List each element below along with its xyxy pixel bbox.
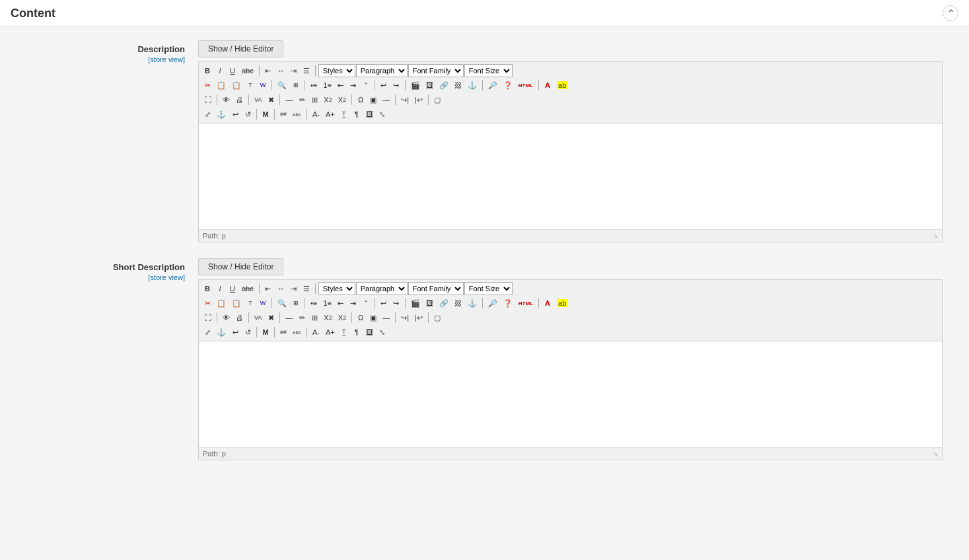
sd-layer-button[interactable]: ▢ <box>431 311 443 324</box>
styles-select[interactable]: Styles <box>318 64 355 77</box>
help-button[interactable]: ❓ <box>501 79 515 92</box>
sd-outdent-button[interactable]: ⇤ <box>335 297 347 310</box>
sd-rtl-button[interactable]: ↪| <box>398 311 412 324</box>
sd-font-dec-button[interactable]: A- <box>310 326 322 339</box>
sd-align-left-button[interactable]: ⇤ <box>262 282 274 295</box>
font-inc-button[interactable]: A+ <box>323 108 338 121</box>
sd-bullet-list-button[interactable]: •≡ <box>308 297 320 310</box>
sd-align-justify-button[interactable]: ☰ <box>301 282 312 295</box>
word-count-button[interactable]: abc <box>290 108 304 121</box>
font-color-button[interactable]: A <box>542 79 554 92</box>
align-center-button[interactable]: ↔ <box>275 64 287 77</box>
font-size-select[interactable]: Font Size <box>464 64 513 77</box>
undo2-button[interactable]: ↺ <box>242 108 254 121</box>
sd-show-para-button[interactable]: ¶ <box>351 326 363 339</box>
redo-button[interactable]: ↪ <box>390 79 402 92</box>
superscript-button[interactable]: X2 <box>336 93 349 106</box>
sd-numbered-list-button[interactable]: 1≡ <box>320 297 334 310</box>
strikethrough-button[interactable]: abc <box>239 64 256 77</box>
sd-anchor3-button[interactable]: ↩ <box>229 326 241 339</box>
sd-anchor2-button[interactable]: ⚓ <box>214 326 229 339</box>
sd-anchor-button[interactable]: ⚓ <box>465 297 480 310</box>
sd-rule-button[interactable]: — <box>380 311 392 324</box>
link-button[interactable]: 🔗 <box>437 79 451 92</box>
print-button[interactable]: 🖨 <box>233 93 246 106</box>
align-justify-button[interactable]: ☰ <box>301 64 312 77</box>
sd-subscript-button[interactable]: X2 <box>321 311 334 324</box>
sd-insert-image-button[interactable]: 🖼 <box>423 297 436 310</box>
find-replace-button[interactable]: 🔍 <box>275 79 289 92</box>
insert-media-button[interactable]: 🎬 <box>408 79 423 92</box>
sd-redo-button[interactable]: ↪ <box>390 297 402 310</box>
remove-format-button[interactable]: ✖ <box>265 93 277 106</box>
copy-button[interactable]: 📋 <box>214 79 229 92</box>
sd-insert-table-button[interactable]: ⊞ <box>308 311 320 324</box>
bullet-list-button[interactable]: •≡ <box>308 79 320 92</box>
sd-font-family-select[interactable]: Font Family <box>408 282 464 295</box>
resize-button[interactable]: ⤡ <box>377 108 388 121</box>
select-all-button[interactable]: ⊞ <box>290 79 302 92</box>
show-para-button[interactable]: ¶ <box>351 108 363 121</box>
search-replace-button[interactable]: 🔎 <box>485 79 500 92</box>
cut-button[interactable]: ✂ <box>201 79 213 92</box>
paste-text-button[interactable]: T <box>244 79 256 92</box>
italic-button[interactable]: I <box>214 64 226 77</box>
sd-paste-text-button[interactable]: T <box>244 297 256 310</box>
sd-preview-button[interactable]: 👁 <box>220 311 233 324</box>
description-editor-body[interactable] <box>199 123 942 229</box>
unlink-button[interactable]: ⛓ <box>452 79 464 92</box>
sd-bg-color-button[interactable]: ab <box>554 297 570 310</box>
fontsize2-button[interactable]: M <box>260 108 271 121</box>
sd-align-center-button[interactable]: ↔ <box>275 282 287 295</box>
sd-link-button[interactable]: 🔗 <box>437 297 451 310</box>
sd-html-source-button[interactable]: HTML <box>516 297 536 310</box>
sd-expand-button[interactable]: ⤢ <box>201 326 213 339</box>
sd-strikethrough-button[interactable]: abc <box>239 282 256 295</box>
charmap-button[interactable]: Ω <box>355 93 367 106</box>
sd-counter-button[interactable]: ## <box>277 326 289 339</box>
align-right-button[interactable]: ⇥ <box>288 64 300 77</box>
sd-undo2-button[interactable]: ↺ <box>242 326 254 339</box>
sd-styles-select[interactable]: Styles <box>318 282 355 295</box>
sd-clear-fmt-button[interactable]: T̲ <box>338 326 350 339</box>
paste-word-button[interactable]: W <box>257 79 269 92</box>
numbered-list-button[interactable]: 1≡ <box>320 79 334 92</box>
sd-align-right-button[interactable]: ⇥ <box>288 282 300 295</box>
clear-fmt-button[interactable]: T̲ <box>338 108 350 121</box>
sd-cut-button[interactable]: ✂ <box>201 297 213 310</box>
sd-charmap-button[interactable]: Ω <box>355 311 367 324</box>
media-button[interactable]: ▣ <box>367 93 379 106</box>
sd-fullscreen-button[interactable]: ⛶ <box>201 311 214 324</box>
visual-aid-button[interactable]: VA <box>252 93 264 106</box>
sd-undo-button[interactable]: ↩ <box>378 297 390 310</box>
sd-search-replace-button[interactable]: 🔎 <box>485 297 500 310</box>
outdent-button[interactable]: ⇤ <box>335 79 347 92</box>
sd-insert-media-button[interactable]: 🎬 <box>408 297 423 310</box>
description-show-hide-button[interactable]: Show / Hide Editor <box>198 40 283 57</box>
sd-font-color-button[interactable]: A <box>542 297 554 310</box>
indent-button[interactable]: ⇥ <box>347 79 359 92</box>
sd-paste-button[interactable]: 📋 <box>229 297 244 310</box>
expand-button[interactable]: ⤢ <box>201 108 213 121</box>
rtl-button[interactable]: ↪| <box>398 93 412 106</box>
sd-superscript-button[interactable]: X2 <box>336 311 349 324</box>
sd-help-button[interactable]: ❓ <box>501 297 515 310</box>
sd-find-replace-button[interactable]: 🔍 <box>275 297 289 310</box>
anchor-button[interactable]: ⚓ <box>465 79 480 92</box>
subscript-button[interactable]: X2 <box>321 93 334 106</box>
sd-indent-button[interactable]: ⇥ <box>347 297 359 310</box>
sd-word-count-button[interactable]: abc <box>290 326 304 339</box>
sd-copy-button[interactable]: 📋 <box>214 297 229 310</box>
collapse-button[interactable]: ⌃ <box>943 5 958 21</box>
html-source-button[interactable]: HTML <box>516 79 536 92</box>
insert-image-button[interactable]: 🖼 <box>423 79 436 92</box>
sd-remove-format-button[interactable]: ✖ <box>265 311 277 324</box>
insert-table-button[interactable]: ⊞ <box>308 93 320 106</box>
sd-hr-button[interactable]: — <box>283 311 295 324</box>
short-description-resize-handle[interactable]: ↘ <box>933 450 938 458</box>
sd-underline-button[interactable]: U <box>227 282 238 295</box>
sd-media-button[interactable]: ▣ <box>367 311 379 324</box>
sd-pencil-button[interactable]: ✏ <box>296 311 308 324</box>
sd-insert-image2-button[interactable]: 🖼 <box>363 326 376 339</box>
rule-button[interactable]: — <box>380 93 392 106</box>
